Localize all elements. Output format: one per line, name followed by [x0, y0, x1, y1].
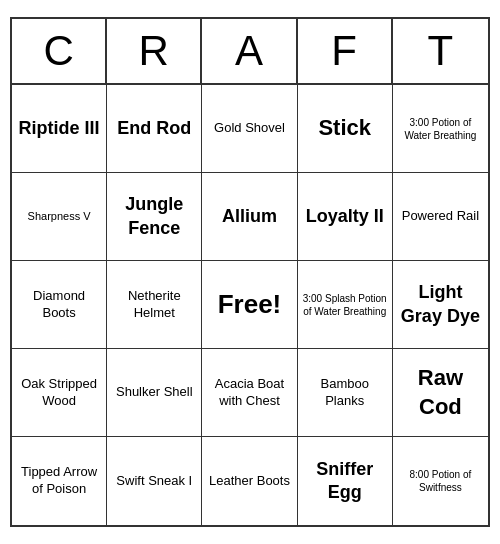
- cell-label: Jungle Fence: [111, 193, 197, 240]
- cell-label: Gold Shovel: [214, 120, 285, 137]
- cell-3-3: Bamboo Planks: [298, 349, 393, 437]
- cell-label: Stick: [318, 114, 371, 143]
- cell-0-2: Gold Shovel: [202, 85, 297, 173]
- cell-label: 8:00 Potion of Switfness: [397, 468, 484, 494]
- cell-4-1: Swift Sneak I: [107, 437, 202, 525]
- cell-3-4: Raw Cod: [393, 349, 488, 437]
- cell-label: Diamond Boots: [16, 288, 102, 322]
- cell-label: Powered Rail: [402, 208, 479, 225]
- cell-1-0: Sharpness V: [12, 173, 107, 261]
- cell-1-4: Powered Rail: [393, 173, 488, 261]
- cell-label: Loyalty II: [306, 205, 384, 228]
- cell-label: Tipped Arrow of Poison: [16, 464, 102, 498]
- cell-label: Raw Cod: [397, 364, 484, 421]
- cell-4-3: Sniffer Egg: [298, 437, 393, 525]
- cell-3-0: Oak Stripped Wood: [12, 349, 107, 437]
- cell-label: Allium: [222, 205, 277, 228]
- cell-label: Bamboo Planks: [302, 376, 388, 410]
- cell-1-2: Allium: [202, 173, 297, 261]
- cell-label: Free!: [218, 289, 282, 320]
- cell-0-0: Riptide III: [12, 85, 107, 173]
- cell-label: 3:00 Splash Potion of Water Breathing: [302, 292, 388, 318]
- cell-label: Shulker Shell: [116, 384, 193, 401]
- cell-label: Riptide III: [19, 117, 100, 140]
- cell-label: Acacia Boat with Chest: [206, 376, 292, 410]
- cell-label: Leather Boots: [209, 473, 290, 490]
- cell-4-0: Tipped Arrow of Poison: [12, 437, 107, 525]
- cell-2-1: Netherite Helmet: [107, 261, 202, 349]
- cell-2-0: Diamond Boots: [12, 261, 107, 349]
- bingo-grid: Riptide IIIEnd RodGold ShovelStick3:00 P…: [12, 85, 488, 525]
- cell-3-1: Shulker Shell: [107, 349, 202, 437]
- cell-label: Sharpness V: [28, 209, 91, 223]
- cell-1-1: Jungle Fence: [107, 173, 202, 261]
- cell-2-2: Free!: [202, 261, 297, 349]
- cell-2-3: 3:00 Splash Potion of Water Breathing: [298, 261, 393, 349]
- cell-4-2: Leather Boots: [202, 437, 297, 525]
- cell-0-3: Stick: [298, 85, 393, 173]
- cell-label: Sniffer Egg: [302, 458, 388, 505]
- header-letter: C: [12, 19, 107, 83]
- header-letter: R: [107, 19, 202, 83]
- cell-label: 3:00 Potion of Water Breathing: [397, 116, 484, 142]
- cell-4-4: 8:00 Potion of Switfness: [393, 437, 488, 525]
- cell-label: Swift Sneak I: [116, 473, 192, 490]
- cell-0-1: End Rod: [107, 85, 202, 173]
- cell-label: Oak Stripped Wood: [16, 376, 102, 410]
- header-letter: A: [202, 19, 297, 83]
- cell-0-4: 3:00 Potion of Water Breathing: [393, 85, 488, 173]
- header-letter: F: [298, 19, 393, 83]
- bingo-header: CRAFT: [12, 19, 488, 85]
- bingo-card: CRAFT Riptide IIIEnd RodGold ShovelStick…: [10, 17, 490, 527]
- cell-2-4: Light Gray Dye: [393, 261, 488, 349]
- cell-1-3: Loyalty II: [298, 173, 393, 261]
- header-letter: T: [393, 19, 488, 83]
- cell-label: Netherite Helmet: [111, 288, 197, 322]
- cell-label: Light Gray Dye: [397, 281, 484, 328]
- cell-label: End Rod: [117, 117, 191, 140]
- cell-3-2: Acacia Boat with Chest: [202, 349, 297, 437]
